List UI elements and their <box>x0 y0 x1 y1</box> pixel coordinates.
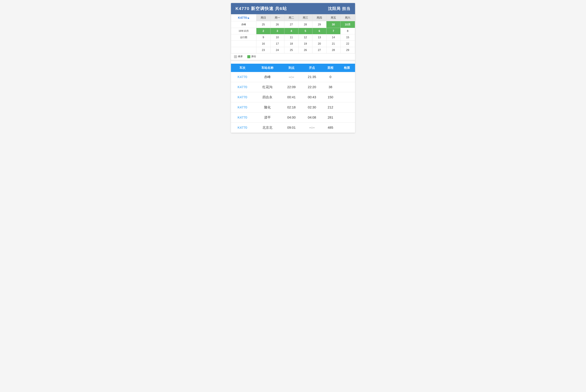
legend-run: 开行 <box>247 55 256 58</box>
cal-cell-2-4: 13 <box>312 34 326 41</box>
header-title: K4770 新空调快速 共6站 <box>236 6 287 12</box>
schedule-station-0: 赤峰 <box>254 72 281 82</box>
legend-stop: 停开 <box>234 55 243 58</box>
schedule-header-row: 车次车站名称到点开点里程检票 <box>231 64 355 72</box>
cal-cell-3-4: 20 <box>312 41 326 47</box>
schedule-train-1: K4770 <box>231 82 254 92</box>
section-separator <box>231 60 355 61</box>
schedule-row-3: K4770隆化02:1802:30212 <box>231 102 355 112</box>
cal-cell-2-5: 14 <box>326 34 341 41</box>
legend-run-box <box>247 55 250 58</box>
schedule-row-1: K4770红花沟22:0922:2038 <box>231 82 355 92</box>
cal-cell-0-2: 27 <box>284 21 298 28</box>
schedule-arrive-3: 02:18 <box>281 102 302 112</box>
schedule-col-5: 检票 <box>339 64 355 72</box>
cal-row-label-2: 运行图 <box>231 34 256 41</box>
cal-label-header: K4770 ▶ <box>231 14 256 21</box>
cal-cell-0-3: 28 <box>298 21 312 28</box>
train-number-link[interactable]: K4770 ▶ <box>238 16 249 19</box>
cal-thursday-header: 周四 <box>312 14 326 21</box>
train-arrow-icon: ▶ <box>248 17 249 19</box>
train-link-0[interactable]: K4770 <box>238 75 247 79</box>
cal-cell-3-5: 21 <box>326 41 341 47</box>
train-link-4[interactable]: K4770 <box>238 116 247 119</box>
cal-cell-2-0: 9 <box>256 34 270 41</box>
cal-saturday-header: 周六 <box>340 14 355 21</box>
schedule-distance-3: 212 <box>322 102 339 112</box>
cal-cell-3-2: 18 <box>284 41 298 47</box>
schedule-arrive-1: 22:09 <box>281 82 302 92</box>
calendar-table: K4770 ▶ 周日 周一 周二 周三 周四 周五 周六 赤峰252627282… <box>231 14 355 54</box>
cal-cell-4-3: 26 <box>298 47 312 54</box>
cal-cell-0-6: 10月 <box>340 21 355 28</box>
schedule-train-4: K4770 <box>231 112 254 123</box>
calendar-section: K4770 ▶ 周日 周一 周二 周三 周四 周五 周六 赤峰252627282… <box>231 14 355 60</box>
schedule-distance-5: 485 <box>322 123 339 133</box>
schedule-station-1: 红花沟 <box>254 82 281 92</box>
cal-cell-3-1: 17 <box>270 41 284 47</box>
cal-cell-3-0: 16 <box>256 41 270 47</box>
schedule-train-3: K4770 <box>231 102 254 112</box>
schedule-distance-4: 281 <box>322 112 339 123</box>
cal-cell-0-1: 26 <box>270 21 284 28</box>
train-link-1[interactable]: K4770 <box>238 85 247 89</box>
cal-cell-0-4: 29 <box>312 21 326 28</box>
legend-container: 停开 开行 <box>231 54 355 60</box>
schedule-distance-1: 38 <box>322 82 339 92</box>
cal-cell-4-0: 23 <box>256 47 270 54</box>
cal-cell-2-3: 12 <box>298 34 312 41</box>
cal-cell-4-6: 29 <box>340 47 355 54</box>
cal-row-label-3 <box>231 41 256 47</box>
cal-cell-0-0: 25 <box>256 21 270 28</box>
calendar-row-0: 赤峰25262728293010月 <box>231 21 355 28</box>
schedule-body: K4770赤峰--:--21:350K4770红花沟22:0922:2038K4… <box>231 72 355 133</box>
schedule-row-4: K4770滦平04:0004:08281 <box>231 112 355 123</box>
header: K4770 新空调快速 共6站 沈阳局 担当 <box>231 3 355 14</box>
cal-monday-header: 周一 <box>270 14 284 21</box>
schedule-arrive-2: 00:41 <box>281 92 302 102</box>
schedule-col-1: 车站名称 <box>254 64 281 72</box>
calendar-row-2: 运行图9101112131415 <box>231 34 355 41</box>
cal-cell-4-5: 28 <box>326 47 341 54</box>
cal-wednesday-header: 周三 <box>298 14 312 21</box>
cal-cell-1-1: 3 <box>270 28 284 34</box>
train-link-5[interactable]: K4770 <box>238 126 247 130</box>
schedule-col-0: 车次 <box>231 64 254 72</box>
schedule-arrive-4: 04:00 <box>281 112 302 123</box>
calendar-row-3: 16171819202122 <box>231 41 355 47</box>
schedule-arrive-0: --:-- <box>281 72 302 82</box>
main-container: K4770 新空调快速 共6站 沈阳局 担当 K4770 ▶ 周日 周一 周二 … <box>231 3 355 133</box>
schedule-station-5: 北京北 <box>254 123 281 133</box>
cal-cell-3-3: 19 <box>298 41 312 47</box>
cal-row-label-1: 16年10月 <box>231 28 256 34</box>
schedule-ticket-3 <box>339 102 355 112</box>
schedule-train-0: K4770 <box>231 72 254 82</box>
schedule-depart-0: 21:35 <box>302 72 322 82</box>
schedule-ticket-0 <box>339 72 355 82</box>
cal-row-label-4 <box>231 47 256 54</box>
schedule-col-2: 到点 <box>281 64 302 72</box>
schedule-ticket-2 <box>339 92 355 102</box>
schedule-ticket-5 <box>339 123 355 133</box>
schedule-station-3: 隆化 <box>254 102 281 112</box>
schedule-station-2: 四合永 <box>254 92 281 102</box>
calendar-row-4: 23242526272829 <box>231 47 355 54</box>
schedule-col-3: 开点 <box>302 64 322 72</box>
schedule-depart-4: 04:08 <box>302 112 322 123</box>
cal-cell-2-6: 15 <box>340 34 355 41</box>
cal-cell-4-4: 27 <box>312 47 326 54</box>
cal-sunday-header: 周日 <box>256 14 270 21</box>
schedule-distance-0: 0 <box>322 72 339 82</box>
cal-friday-header: 周五 <box>326 14 341 21</box>
schedule-distance-2: 150 <box>322 92 339 102</box>
legend-stop-label: 停开 <box>238 55 243 58</box>
train-link-3[interactable]: K4770 <box>238 106 247 109</box>
cal-cell-1-2: 4 <box>284 28 298 34</box>
train-link-2[interactable]: K4770 <box>238 95 247 99</box>
schedule-train-5: K4770 <box>231 123 254 133</box>
cal-row-label-0: 赤峰 <box>231 21 256 28</box>
cal-cell-1-6: 8 <box>340 28 355 34</box>
calendar-row-1: 16年10月2345678 <box>231 28 355 34</box>
cal-tuesday-header: 周二 <box>284 14 298 21</box>
schedule-row-2: K4770四合永00:4100:43150 <box>231 92 355 102</box>
